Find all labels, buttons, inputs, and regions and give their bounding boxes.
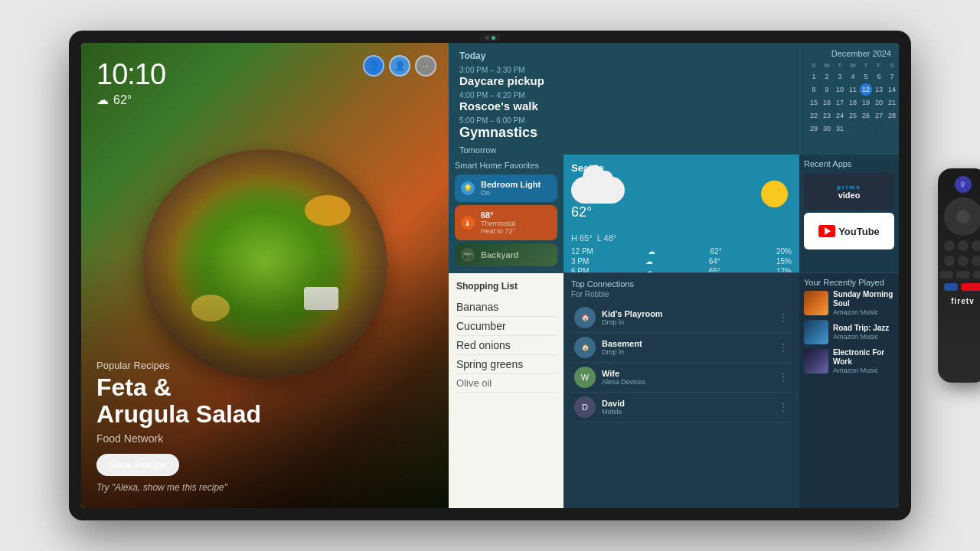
thermo-status: Heat to 72°	[481, 227, 516, 235]
user-avatar-2[interactable]: 👤	[389, 55, 410, 77]
user-avatar-3[interactable]: ···	[415, 55, 436, 77]
remote-special-btn[interactable]	[944, 283, 958, 291]
day-header-tue: T	[834, 61, 846, 70]
conn-menu-dots-2[interactable]: ⋮	[778, 341, 789, 354]
connections-label: Top Connections	[571, 279, 792, 289]
dpad-center-button[interactable]	[956, 210, 970, 223]
conn-name-wife: Wife	[602, 369, 772, 378]
smart-item-thermo[interactable]: 🌡 68° Thermostat Heat to 72°	[455, 205, 557, 240]
conn-menu-dots-4[interactable]: ⋮	[778, 401, 789, 413]
conn-status-kids: Drop in	[602, 318, 772, 326]
prime-logo: prime video	[837, 184, 861, 200]
played-item-1[interactable]: Sunday Morning Soul Amazon Music	[804, 290, 894, 316]
conn-status-basement: Drop in	[602, 348, 772, 356]
remote-home-btn[interactable]	[958, 240, 969, 251]
remote-row-4	[944, 283, 981, 291]
smart-item-backyard[interactable]: 📷 Backyard	[455, 243, 557, 266]
weather-display: ☁ 62°	[96, 93, 165, 107]
recent-apps-label: Recent Apps	[804, 159, 894, 168]
event-3-name: Gymnastics	[459, 125, 789, 141]
mini-calendar: December 2024 S M T W T F S 1 2	[799, 43, 899, 154]
played-item-3[interactable]: Electronic For Work Amazon Music	[804, 348, 894, 374]
cal-3: 3	[834, 70, 846, 83]
top-section: Today 3:00 PM – 3:30 PM Daycare pickup 4…	[449, 43, 899, 154]
today-label: Today	[459, 51, 789, 61]
remote-ffw-btn[interactable]	[973, 271, 981, 279]
forecast-6pm-temp: 65°	[709, 267, 720, 272]
youtube-app[interactable]: YouTube	[804, 213, 894, 249]
played-title-1: Sunday Morning Soul	[833, 290, 894, 308]
user-avatar-1[interactable]: 👤	[363, 55, 384, 77]
cloud-icon	[571, 177, 625, 204]
cal-9: 9	[821, 83, 833, 96]
cal-6: 6	[873, 70, 885, 83]
cal-28: 28	[886, 109, 898, 122]
remote-row-3	[939, 271, 981, 279]
cal-next-4: 4	[886, 122, 898, 135]
remote-dpad	[944, 197, 981, 236]
cal-17: 17	[834, 96, 846, 109]
remote-vol-down-btn[interactable]	[944, 256, 955, 266]
forecast-12pm-time: 12 PM	[571, 247, 593, 256]
alexa-hint: Try "Alexa, show me this recipe"	[96, 482, 433, 493]
cal-next-1: 1	[847, 122, 859, 135]
day-header-sun: S	[808, 61, 820, 70]
remote-rew-btn[interactable]	[939, 271, 953, 279]
smart-item-light[interactable]: 💡 Bedroom Light On	[455, 174, 557, 202]
camera-dot-active	[492, 36, 495, 40]
connection-wife[interactable]: W Wife Alexa Devices ⋮	[571, 363, 792, 393]
event-1-time: 3:00 PM – 3:30 PM	[459, 66, 789, 74]
light-name: Bedroom Light	[481, 180, 541, 189]
cal-20: 20	[873, 96, 885, 109]
remote-vol-up-btn[interactable]	[972, 256, 981, 266]
remote-back-btn[interactable]	[944, 240, 955, 251]
youtube-play-icon	[825, 227, 831, 235]
light-info: Bedroom Light On	[481, 180, 541, 197]
played-item-2[interactable]: Road Trip: Jazz Amazon Music	[804, 320, 894, 344]
weather-icon: ☁	[96, 93, 109, 107]
shopping-list-widget: Shopping List Bananas Cucumber Red onion…	[449, 273, 564, 508]
forecast-3pm-time: 3 PM	[571, 257, 589, 266]
connections-sub: For Robbie	[571, 290, 792, 298]
salad-orange-accent	[305, 195, 351, 226]
connection-david[interactable]: D David Mobile ⋮	[571, 393, 792, 422]
cal-26: 26	[860, 109, 872, 122]
event-3: 5:00 PM – 6:00 PM Gymnastics	[459, 116, 789, 141]
conn-avatar-wife: W	[574, 367, 596, 388]
remote-play-btn[interactable]	[956, 271, 970, 279]
middle-section: Smart Home Favorites 💡 Bedroom Light On …	[449, 154, 899, 272]
played-thumb-1	[804, 291, 828, 315]
conn-menu-dots-3[interactable]: ⋮	[778, 371, 789, 383]
cal-13: 13	[873, 83, 885, 96]
remote-netflix-btn[interactable]	[961, 283, 981, 291]
connection-kids-playroom[interactable]: 🏠 Kid's Playroom Drop in ⋮	[571, 303, 792, 333]
prime-video-app[interactable]: prime video	[804, 173, 894, 210]
day-header-fri: F	[873, 61, 885, 70]
thermo-icon: 🌡	[461, 216, 475, 230]
event-2-name: Roscoe's walk	[459, 99, 789, 112]
forecast-12pm-icon: ☁	[648, 247, 655, 256]
cal-8: 8	[808, 83, 820, 96]
cal-19: 19	[860, 96, 872, 109]
cal-24: 24	[834, 109, 846, 122]
conn-menu-dots-1[interactable]: ⋮	[778, 311, 789, 324]
thermo-info: 68° Thermostat Heat to 72°	[481, 210, 516, 235]
cal-21: 21	[886, 96, 898, 109]
recently-played-label: Your Recently Played	[804, 278, 894, 287]
remote-mute-btn[interactable]	[958, 256, 969, 266]
bottom-section: Shopping List Bananas Cucumber Red onion…	[449, 272, 899, 508]
cal-23: 23	[821, 109, 833, 122]
connection-basement[interactable]: 🏠 Basement Drop in ⋮	[571, 333, 792, 363]
light-icon: 💡	[461, 181, 475, 195]
cal-22: 22	[808, 109, 820, 122]
cal-16: 16	[821, 96, 833, 109]
save-recipe-button[interactable]: Save Recipe	[96, 454, 179, 476]
remote-fire-text: fire	[951, 297, 966, 305]
cal-11: 11	[847, 83, 859, 96]
shopping-item-1: Bananas	[456, 298, 556, 317]
youtube-container: YouTube	[818, 225, 880, 237]
conn-avatar-basement: 🏠	[574, 337, 596, 358]
remote-menu-btn[interactable]	[972, 240, 981, 251]
cal-14: 14	[886, 83, 898, 96]
remote-mic-button[interactable]: 🎙	[955, 176, 972, 193]
